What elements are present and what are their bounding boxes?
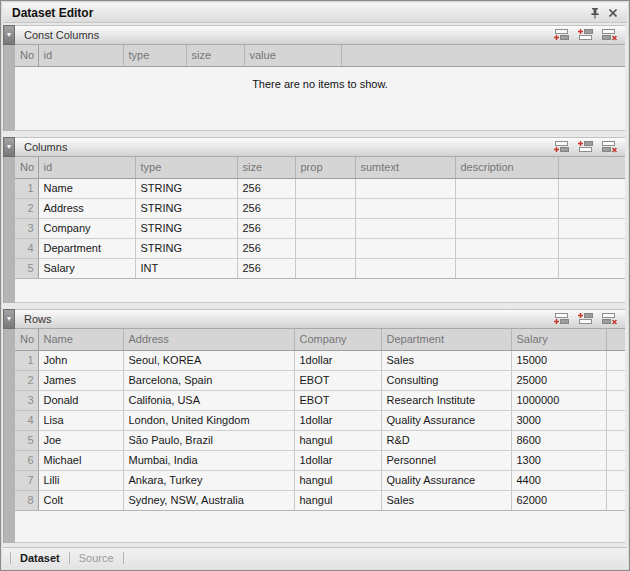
row-number-cell[interactable]: 4: [15, 410, 38, 430]
delete-row-button[interactable]: [601, 312, 618, 326]
cell[interactable]: Salary: [38, 258, 135, 278]
row-number-cell[interactable]: 7: [15, 470, 38, 490]
cell[interactable]: 3000: [511, 410, 606, 430]
cell[interactable]: Michael: [38, 450, 123, 470]
collapse-section-button[interactable]: ▾: [3, 309, 15, 329]
cell[interactable]: 1300: [511, 450, 606, 470]
cell[interactable]: Joe: [38, 430, 123, 450]
row-number-cell[interactable]: 5: [15, 258, 38, 278]
cell[interactable]: [355, 258, 455, 278]
cell[interactable]: [355, 198, 455, 218]
column-header-cell[interactable]: No: [15, 329, 38, 350]
column-header-cell[interactable]: id: [38, 157, 135, 178]
cell[interactable]: Seoul, KOREA: [123, 350, 294, 370]
cell[interactable]: Sales: [381, 350, 511, 370]
cell[interactable]: Ankara, Turkey: [123, 470, 294, 490]
insert-row-button[interactable]: [577, 28, 594, 42]
column-header-cell[interactable]: size: [237, 157, 295, 178]
cell[interactable]: Personnel: [381, 450, 511, 470]
cell[interactable]: 1dollar: [294, 450, 381, 470]
cell[interactable]: [355, 178, 455, 198]
pin-button[interactable]: [586, 5, 604, 21]
cell[interactable]: [295, 258, 355, 278]
cell[interactable]: 256: [237, 178, 295, 198]
cell[interactable]: STRING: [135, 198, 237, 218]
column-header-cell[interactable]: No: [15, 45, 38, 66]
cell[interactable]: EBOT: [294, 390, 381, 410]
cell[interactable]: Lisa: [38, 410, 123, 430]
cell[interactable]: 25000: [511, 370, 606, 390]
cell[interactable]: 4400: [511, 470, 606, 490]
cell[interactable]: Address: [38, 198, 135, 218]
column-header-cell[interactable]: description: [455, 157, 558, 178]
cell[interactable]: James: [38, 370, 123, 390]
row-number-cell[interactable]: 5: [15, 430, 38, 450]
cell[interactable]: São Paulo, Brazil: [123, 430, 294, 450]
insert-row-button[interactable]: [577, 140, 594, 154]
cell[interactable]: 1dollar: [294, 350, 381, 370]
cell[interactable]: 256: [237, 218, 295, 238]
tab-source[interactable]: Source: [79, 552, 114, 564]
delete-row-button[interactable]: [601, 140, 618, 154]
cell[interactable]: [455, 178, 558, 198]
cell[interactable]: EBOT: [294, 370, 381, 390]
cell[interactable]: Califonia, USA: [123, 390, 294, 410]
cell[interactable]: [455, 218, 558, 238]
cell[interactable]: 1000000: [511, 390, 606, 410]
cell[interactable]: hangul: [294, 470, 381, 490]
column-header-cell[interactable]: id: [38, 45, 123, 66]
cell[interactable]: Department: [38, 238, 135, 258]
cell[interactable]: [295, 218, 355, 238]
cell[interactable]: Colt: [38, 490, 123, 510]
column-header-cell[interactable]: Salary: [511, 329, 606, 350]
close-button[interactable]: [604, 5, 622, 21]
column-header-cell[interactable]: size: [186, 45, 244, 66]
cell[interactable]: [455, 198, 558, 218]
collapse-section-button[interactable]: ▾: [3, 25, 15, 45]
add-row-button[interactable]: [553, 28, 570, 42]
cell[interactable]: Quality Assurance: [381, 470, 511, 490]
cell[interactable]: [295, 238, 355, 258]
cell[interactable]: Quality Assurance: [381, 410, 511, 430]
column-header-cell[interactable]: Company: [294, 329, 381, 350]
row-number-cell[interactable]: 3: [15, 390, 38, 410]
cell[interactable]: 256: [237, 258, 295, 278]
add-row-button[interactable]: [553, 140, 570, 154]
add-row-button[interactable]: [553, 312, 570, 326]
column-header-cell[interactable]: type: [135, 157, 237, 178]
row-number-cell[interactable]: 1: [15, 350, 38, 370]
cell[interactable]: [355, 238, 455, 258]
cell[interactable]: Lilli: [38, 470, 123, 490]
cell[interactable]: Research Institute: [381, 390, 511, 410]
cell[interactable]: 15000: [511, 350, 606, 370]
collapse-section-button[interactable]: ▾: [3, 137, 15, 157]
cell[interactable]: 256: [237, 198, 295, 218]
column-header-cell[interactable]: Address: [123, 329, 294, 350]
row-number-cell[interactable]: 8: [15, 490, 38, 510]
row-number-cell[interactable]: 2: [15, 198, 38, 218]
cell[interactable]: hangul: [294, 490, 381, 510]
cell[interactable]: 1dollar: [294, 410, 381, 430]
row-number-cell[interactable]: 3: [15, 218, 38, 238]
column-header-cell[interactable]: Name: [38, 329, 123, 350]
row-number-cell[interactable]: 2: [15, 370, 38, 390]
column-header-cell[interactable]: prop: [295, 157, 355, 178]
row-number-cell[interactable]: 4: [15, 238, 38, 258]
cell[interactable]: Barcelona, Spain: [123, 370, 294, 390]
cell[interactable]: [455, 238, 558, 258]
cell[interactable]: John: [38, 350, 123, 370]
cell[interactable]: R&D: [381, 430, 511, 450]
cell[interactable]: [295, 178, 355, 198]
cell[interactable]: Donald: [38, 390, 123, 410]
tab-dataset[interactable]: Dataset: [20, 552, 60, 564]
row-number-cell[interactable]: 6: [15, 450, 38, 470]
cell[interactable]: 256: [237, 238, 295, 258]
cell[interactable]: [455, 258, 558, 278]
cell[interactable]: hangul: [294, 430, 381, 450]
cell[interactable]: Consulting: [381, 370, 511, 390]
row-number-cell[interactable]: 1: [15, 178, 38, 198]
cell[interactable]: Sydney, NSW, Australia: [123, 490, 294, 510]
cell[interactable]: Name: [38, 178, 135, 198]
cell[interactable]: INT: [135, 258, 237, 278]
insert-row-button[interactable]: [577, 312, 594, 326]
